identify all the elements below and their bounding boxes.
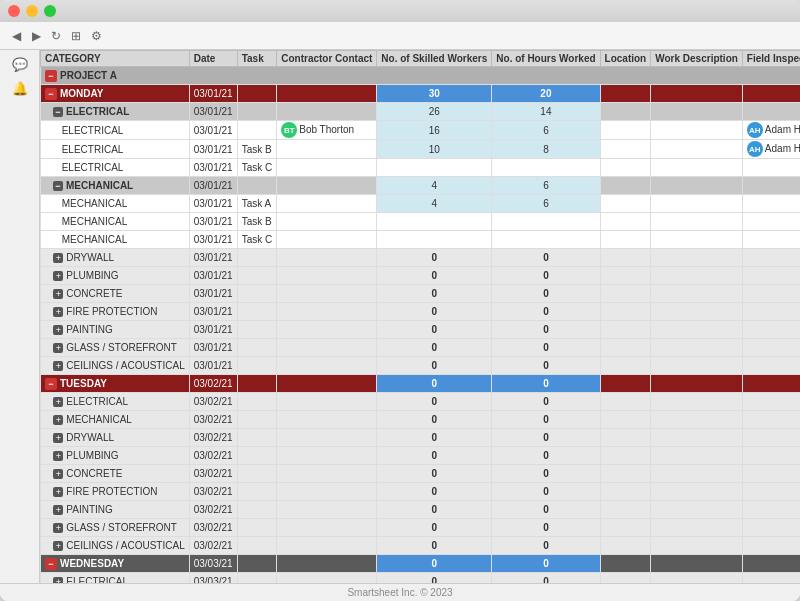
day-collapse-icon[interactable]: − <box>45 558 57 570</box>
inspector-avatar: AH <box>747 122 763 138</box>
fieldinsp-header: Field Inspector <box>742 51 800 67</box>
table-row: +FIRE PROTECTION03/01/2100 <box>41 303 801 321</box>
header-row: CATEGORY Date Task Contractor Contact No <box>41 51 801 67</box>
table-row: −TUESDAY03/02/2100 <box>41 375 801 393</box>
table-row: +DRYWALL03/02/2100 <box>41 429 801 447</box>
close-button[interactable] <box>8 5 20 17</box>
table-row: MECHANICAL03/01/21Task A46 <box>41 195 801 213</box>
day-collapse-icon[interactable]: − <box>45 378 57 390</box>
left-panel: 💬 🔔 <box>0 50 40 583</box>
footer: Smartsheet Inc. © 2023 <box>0 583 800 601</box>
table-row: +PLUMBING03/02/2100 <box>41 447 801 465</box>
table-row: +PLUMBING03/01/2100 <box>41 267 801 285</box>
reload-icon[interactable]: ↻ <box>48 28 64 44</box>
table-row: +ELECTRICAL03/03/2100 <box>41 573 801 584</box>
table-row: −MECHANICAL03/01/2146 <box>41 177 801 195</box>
subcategory-collapse-icon[interactable]: − <box>53 181 63 191</box>
table-row: +ELECTRICAL03/02/2100 <box>41 393 801 411</box>
table-row: MECHANICAL03/01/21Task B <box>41 213 801 231</box>
bell-icon[interactable]: 🔔 <box>10 78 30 98</box>
table-row: −WEDNESDAY03/03/2100 <box>41 555 801 573</box>
main-content: 💬 🔔 CATEGORY Date Task <box>0 50 800 583</box>
table-row: ELECTRICAL03/01/21Task C <box>41 159 801 177</box>
spreadsheet-container[interactable]: CATEGORY Date Task Contractor Contact No <box>40 50 800 583</box>
table-row: −ELECTRICAL03/01/212614 <box>41 103 801 121</box>
table-row: +CONCRETE03/01/2100 <box>41 285 801 303</box>
maximize-button[interactable] <box>44 5 56 17</box>
date-header: Date <box>189 51 237 67</box>
subcategory-collapse-icon[interactable]: − <box>53 107 63 117</box>
table-row: ELECTRICAL03/01/21Task B108AHAdam Hart✓0… <box>41 140 801 159</box>
task-header: Task <box>237 51 277 67</box>
minimize-button[interactable] <box>26 5 38 17</box>
expand-icon[interactable]: + <box>53 469 63 479</box>
toolbar: ◀ ▶ ↻ ⊞ ⚙ <box>0 22 800 50</box>
inspector-avatar: AH <box>747 141 763 157</box>
expand-icon[interactable]: + <box>53 289 63 299</box>
expand-icon[interactable]: + <box>53 325 63 335</box>
table-row: +GLASS / STOREFRONT03/02/2100 <box>41 519 801 537</box>
table-row: +PAINTING03/01/2100 <box>41 321 801 339</box>
expand-icon[interactable]: + <box>53 433 63 443</box>
expand-icon[interactable]: + <box>53 505 63 515</box>
table-row: ELECTRICAL03/01/21BTBob Thorton166AHAdam… <box>41 121 801 140</box>
expand-icon[interactable]: + <box>53 307 63 317</box>
titlebar <box>0 0 800 22</box>
expand-icon[interactable]: + <box>53 361 63 371</box>
settings-icon[interactable]: ⚙ <box>88 28 104 44</box>
table-row: +GLASS / STOREFRONT03/01/2100 <box>41 339 801 357</box>
app-window: ◀ ▶ ↻ ⊞ ⚙ 💬 🔔 CATEGORY Date <box>0 0 800 601</box>
table-row: +FIRE PROTECTION03/02/2100 <box>41 483 801 501</box>
category-header: CATEGORY <box>41 51 190 67</box>
expand-icon[interactable]: + <box>53 523 63 533</box>
expand-icon[interactable]: + <box>53 541 63 551</box>
comment-icon[interactable]: 💬 <box>10 54 30 74</box>
table-row: +PAINTING03/02/2100 <box>41 501 801 519</box>
contractor-header: Contractor Contact <box>277 51 377 67</box>
contractor-avatar: BT <box>281 122 297 138</box>
spreadsheet-table: CATEGORY Date Task Contractor Contact No <box>40 50 800 583</box>
table-row: +CONCRETE03/02/2100 <box>41 465 801 483</box>
table-row: +DRYWALL03/01/2100 <box>41 249 801 267</box>
location-header: Location <box>600 51 651 67</box>
table-row: −PROJECT A <box>41 67 801 85</box>
back-icon[interactable]: ◀ <box>8 28 24 44</box>
collapse-icon[interactable]: − <box>45 70 57 82</box>
table-row: +CEILINGS / ACOUSTICAL03/01/2100 <box>41 357 801 375</box>
expand-icon[interactable]: + <box>53 271 63 281</box>
expand-icon[interactable]: + <box>53 397 63 407</box>
table-row: MECHANICAL03/01/21Task C <box>41 231 801 249</box>
expand-icon[interactable]: + <box>53 343 63 353</box>
expand-icon[interactable]: + <box>53 487 63 497</box>
day-collapse-icon[interactable]: − <box>45 88 57 100</box>
add-row-icon[interactable]: ⊞ <box>68 28 84 44</box>
table-row: +CEILINGS / ACOUSTICAL03/02/2100 <box>41 537 801 555</box>
hours-header: No. of Hours Worked <box>492 51 600 67</box>
expand-icon[interactable]: + <box>53 253 63 263</box>
table-body: −PROJECT A−MONDAY03/01/213020−ELECTRICAL… <box>41 67 801 584</box>
expand-icon[interactable]: + <box>53 415 63 425</box>
table-row: −MONDAY03/01/213020 <box>41 85 801 103</box>
forward-icon[interactable]: ▶ <box>28 28 44 44</box>
workdesc-header: Work Description <box>651 51 743 67</box>
expand-icon[interactable]: + <box>53 451 63 461</box>
skilled-header: No. of Skilled Workers <box>377 51 492 67</box>
table-row: +MECHANICAL03/02/2100 <box>41 411 801 429</box>
